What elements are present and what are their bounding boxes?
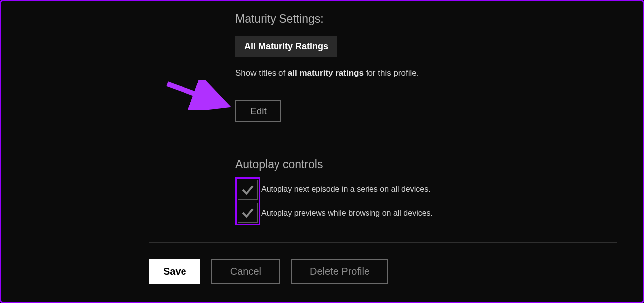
checkbox-highlight-box (235, 177, 260, 225)
delete-profile-button[interactable]: Delete Profile (291, 259, 388, 284)
autoplay-controls-title: Autoplay controls (235, 158, 618, 171)
maturity-rating-badge: All Maturity Ratings (235, 36, 337, 57)
section-divider (235, 144, 618, 144)
maturity-description: Show titles of all maturity ratings for … (235, 68, 618, 78)
annotation-arrow-icon (165, 80, 234, 110)
autoplay-next-episode-label: Autoplay next episode in a series on all… (261, 177, 433, 201)
cancel-button[interactable]: Cancel (211, 259, 280, 284)
edit-button[interactable]: Edit (235, 100, 281, 122)
save-button[interactable]: Save (149, 259, 200, 284)
autoplay-previews-checkbox[interactable] (238, 203, 258, 223)
autoplay-next-episode-checkbox[interactable] (238, 180, 258, 200)
checkmark-icon (240, 205, 255, 220)
maturity-settings-title: Maturity Settings: (235, 12, 618, 26)
checkmark-icon (240, 182, 255, 197)
svg-line-1 (167, 84, 222, 104)
autoplay-previews-label: Autoplay previews while browsing on all … (261, 201, 433, 225)
footer-divider (149, 242, 617, 243)
